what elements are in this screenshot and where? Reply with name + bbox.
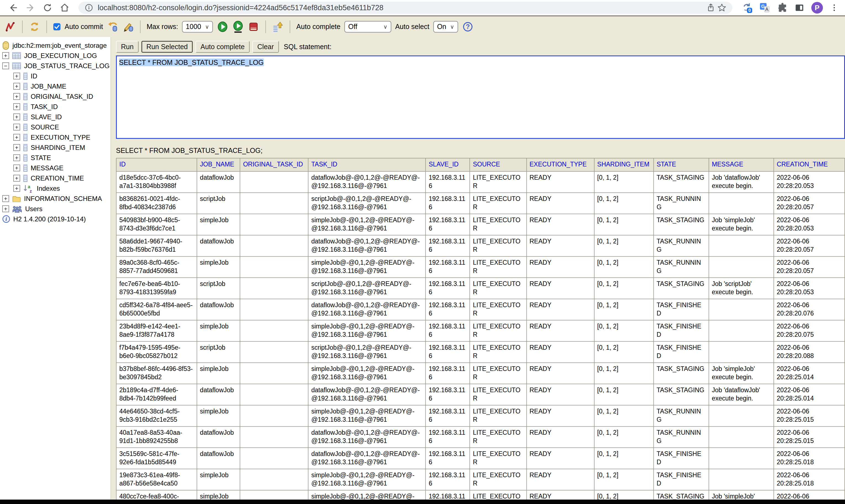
- cell-job_name: simpleJob: [197, 256, 240, 278]
- column-header-state[interactable]: STATE: [654, 158, 709, 172]
- column-header-sharding_item[interactable]: SHARDING_ITEM: [594, 158, 654, 172]
- column-header-job_name[interactable]: JOB_NAME: [197, 158, 240, 172]
- expand-toggle-icon[interactable]: +: [13, 185, 20, 192]
- expand-toggle-icon[interactable]: +: [2, 205, 9, 212]
- tree-item-job-execution-log[interactable]: +JOB_EXECUTION_LOG: [0, 51, 110, 61]
- tree-item-indexes[interactable]: +azIndexes: [0, 183, 110, 194]
- tree-item-original-task-id[interactable]: +ORIGINAL_TASK_ID: [0, 91, 110, 102]
- cell-slave_id: 192.168.3.116: [425, 278, 470, 299]
- expand-toggle-icon[interactable]: +: [2, 52, 9, 59]
- autocomplete-icon[interactable]: [272, 21, 284, 33]
- tree-item-sharding-item[interactable]: +SHARDING_ITEM: [0, 142, 110, 152]
- tree-item-task-id[interactable]: +TASK_ID: [0, 102, 110, 112]
- home-icon[interactable]: [57, 1, 72, 15]
- tree-item-creation-time[interactable]: +CREATION_TIME: [0, 173, 110, 183]
- site-info-icon[interactable]: [83, 2, 94, 13]
- column-header-task_id[interactable]: TASK_ID: [308, 158, 425, 172]
- tree-item-message[interactable]: +MESSAGE: [0, 163, 110, 173]
- auto-commit-checkbox[interactable]: [53, 23, 61, 31]
- run-selected-button[interactable]: Run Selected: [141, 41, 193, 53]
- column-header-id[interactable]: ID: [116, 158, 197, 172]
- sql-textarea[interactable]: SELECT * FROM JOB_STATUS_TRACE_LOG: [116, 55, 845, 139]
- help-icon[interactable]: ?: [462, 21, 474, 33]
- auto-select-label: Auto select: [395, 23, 429, 31]
- run-icon[interactable]: [217, 21, 228, 33]
- expand-toggle-icon[interactable]: +: [13, 175, 20, 182]
- tree-item-job-name[interactable]: +JOB_NAME: [0, 81, 110, 91]
- disconnect-icon[interactable]: [4, 21, 16, 33]
- run-button[interactable]: Run: [116, 41, 139, 53]
- table-row: f7b4a479-1595-495e-b6e0-9bc05827b012scri…: [116, 341, 845, 363]
- expand-toggle-icon[interactable]: +: [13, 124, 20, 130]
- tree-item-label: Indexes: [37, 185, 60, 192]
- expand-toggle-icon[interactable]: +: [13, 164, 20, 172]
- expand-toggle-icon[interactable]: +: [13, 83, 20, 90]
- clear-button[interactable]: Clear: [252, 41, 279, 53]
- tree-item-execution-type[interactable]: +EXECUTION_TYPE: [0, 132, 110, 142]
- browser-menu-icon[interactable]: [829, 3, 839, 13]
- expand-toggle-icon[interactable]: +: [13, 134, 20, 141]
- tree-item-source[interactable]: +SOURCE: [0, 122, 110, 132]
- expand-toggle-icon[interactable]: −: [2, 62, 9, 69]
- sync-extension-icon[interactable]: 0: [741, 2, 753, 14]
- expand-toggle-icon[interactable]: +: [13, 113, 20, 120]
- cell-slave_id: 192.168.3.116: [425, 384, 470, 405]
- expand-toggle-icon[interactable]: +: [13, 154, 20, 161]
- tree-item-slave-id[interactable]: +SLAVE_ID: [0, 112, 110, 122]
- sort-icon: az: [23, 184, 34, 193]
- url-text[interactable]: localhost:8080/h2-console/login.do?jsess…: [98, 4, 705, 12]
- back-icon[interactable]: [6, 1, 20, 15]
- run-selected-icon[interactable]: [232, 21, 244, 33]
- table-row: b37b8bef-86fc-4496-8f53-be3097845bd2simp…: [116, 363, 845, 384]
- side-panel-icon[interactable]: [794, 2, 805, 13]
- commit-icon[interactable]: [107, 21, 119, 33]
- cell-creation_time: 2022-06-06 20:28:20.088: [774, 341, 845, 363]
- cell-creation_time: 2022-06-06 20:28:20.057: [774, 235, 845, 256]
- expand-toggle-icon[interactable]: +: [13, 93, 20, 100]
- cell-job_name: scriptJob: [197, 278, 240, 299]
- column-header-original_task_id[interactable]: ORIGINAL_TASK_ID: [240, 158, 308, 172]
- column-header-creation_time[interactable]: CREATION_TIME: [774, 158, 845, 172]
- auto-select-select[interactable]: On∨: [433, 21, 458, 33]
- cell-job_name: simpleJob: [197, 214, 240, 235]
- cell-slave_id: 192.168.3.116: [425, 469, 470, 490]
- column-header-slave_id[interactable]: SLAVE_ID: [425, 158, 470, 172]
- cell-original_task_id: [240, 172, 308, 193]
- translate-extension-icon[interactable]: G: [759, 2, 771, 13]
- cell-id: 2b189c4a-d7ff-4de6-8db4-7b142b99feed: [116, 384, 197, 405]
- extensions-puzzle-icon[interactable]: [777, 2, 788, 13]
- column-icon: [23, 93, 28, 101]
- tree-item-state[interactable]: +STATE: [0, 152, 110, 163]
- auto-complete-button[interactable]: Auto complete: [195, 41, 250, 53]
- rollback-icon[interactable]: [122, 21, 134, 33]
- column-header-message[interactable]: MESSAGE: [709, 158, 774, 172]
- max-rows-select[interactable]: 1000∨: [182, 21, 213, 33]
- refresh-icon[interactable]: [29, 21, 40, 33]
- tree-item-job-status-trace-log[interactable]: −JOB_STATUS_TRACE_LOG: [0, 61, 110, 71]
- tree-item-id[interactable]: +ID: [0, 71, 110, 81]
- column-header-execution_type[interactable]: EXECUTION_TYPE: [527, 158, 594, 172]
- share-icon[interactable]: [705, 2, 716, 13]
- expand-toggle-icon[interactable]: +: [13, 73, 20, 79]
- cancel-icon[interactable]: [248, 21, 259, 33]
- expand-toggle-icon[interactable]: +: [13, 103, 20, 110]
- tree-item-information-schema[interactable]: +INFORMATION_SCHEMA: [0, 194, 110, 204]
- cell-original_task_id: [240, 363, 308, 384]
- cell-original_task_id: [240, 405, 308, 427]
- profile-avatar[interactable]: P: [811, 2, 823, 14]
- tree-item-users[interactable]: +Users: [0, 204, 110, 214]
- column-header-source[interactable]: SOURCE: [470, 158, 526, 172]
- cell-execution_type: READY: [527, 256, 594, 278]
- address-bar[interactable]: localhost:8080/h2-console/login.do?jsess…: [78, 2, 732, 14]
- reload-icon[interactable]: [40, 1, 55, 15]
- forward-icon[interactable]: [23, 1, 38, 15]
- cell-sharding_item: [0, 1, 2]: [594, 299, 654, 320]
- cell-task_id: dataflowJob@-@0,1,2@-@READY@-@192.168.3.…: [308, 299, 425, 320]
- expand-toggle-icon[interactable]: +: [2, 195, 9, 202]
- cell-slave_id: 192.168.3.116: [425, 299, 470, 320]
- bookmark-star-icon[interactable]: [716, 2, 727, 13]
- auto-complete-select[interactable]: Off∨: [344, 21, 391, 33]
- tree-item-jdbc-h2-mem-job-event-storage[interactable]: jdbc:h2:mem:job_event_storage: [0, 40, 110, 51]
- expand-toggle-icon[interactable]: +: [13, 144, 20, 151]
- tree-item-h2-1-4-200-2019-10-14[interactable]: iH2 1.4.200 (2019-10-14): [0, 214, 110, 224]
